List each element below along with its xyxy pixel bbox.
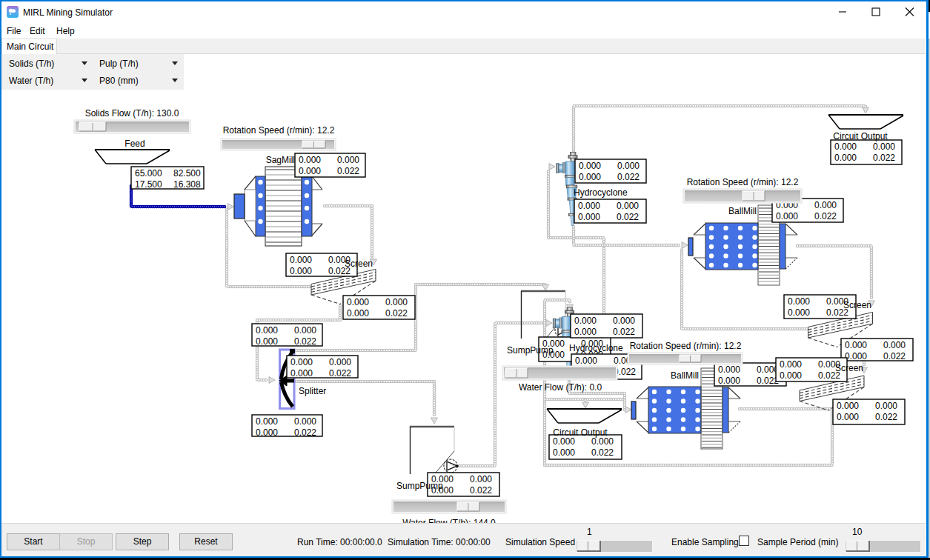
svg-text:0.000: 0.000 [788, 296, 810, 307]
svg-text:0.000: 0.000 [579, 172, 601, 182]
svg-text:0.022: 0.022 [337, 166, 359, 176]
svg-text:0.000: 0.000 [256, 416, 278, 427]
svg-text:Rotation Speed (r/min): 12.2: Rotation Speed (r/min): 12.2 [223, 125, 335, 136]
svg-text:SumpPump: SumpPump [507, 345, 554, 356]
svg-text:Splitter: Splitter [299, 386, 326, 396]
svg-text:0.000: 0.000 [553, 436, 575, 447]
svg-text:0.000: 0.000 [574, 327, 597, 337]
svg-text:0.000: 0.000 [883, 340, 906, 350]
svg-text:SagMill: SagMill [266, 155, 295, 165]
svg-text:0.000: 0.000 [579, 161, 601, 171]
svg-text:Feed: Feed [124, 139, 145, 149]
svg-text:0.000: 0.000 [834, 153, 857, 163]
svg-text:0.000: 0.000 [553, 447, 575, 458]
svg-text:0.022: 0.022 [385, 308, 408, 319]
svg-text:0.000: 0.000 [290, 357, 313, 367]
svg-text:BallMill: BallMill [728, 206, 757, 216]
svg-text:0.000: 0.000 [613, 316, 635, 326]
svg-text:0.022: 0.022 [294, 427, 316, 438]
svg-text:0.000: 0.000 [290, 368, 313, 379]
svg-text:Screen: Screen [843, 300, 871, 310]
svg-text:0.022: 0.022 [294, 336, 316, 347]
svg-text:0.000: 0.000 [256, 427, 278, 438]
svg-text:Water Flow (T/h): 0.0: Water Flow (T/h): 0.0 [519, 382, 602, 393]
svg-text:Hydrocyclone: Hydrocyclone [574, 187, 628, 198]
svg-text:0.000: 0.000 [256, 336, 278, 347]
svg-text:0.000: 0.000 [575, 356, 597, 366]
svg-text:0.000: 0.000 [290, 255, 312, 265]
svg-text:82.500: 82.500 [173, 168, 201, 179]
svg-text:0.000: 0.000 [780, 359, 802, 370]
svg-text:Circuit Output: Circuit Output [833, 131, 888, 141]
svg-text:0.000: 0.000 [814, 200, 837, 210]
svg-text:0.022: 0.022 [613, 327, 635, 337]
svg-text:0.000: 0.000 [299, 166, 321, 176]
svg-text:BallMill: BallMill [671, 370, 699, 381]
svg-text:0.000: 0.000 [578, 201, 600, 211]
svg-text:Solids Flow (T/h): 130.0: Solids Flow (T/h): 130.0 [85, 108, 179, 119]
svg-text:0.000: 0.000 [299, 155, 321, 165]
svg-text:0.022: 0.022 [591, 447, 614, 458]
svg-text:17.500: 17.500 [135, 179, 162, 190]
svg-text:0.000: 0.000 [837, 401, 859, 411]
svg-text:0.000: 0.000 [776, 211, 798, 221]
svg-text:Rotation Speed (r/min): 12.2: Rotation Speed (r/min): 12.2 [630, 341, 742, 351]
svg-text:0.000: 0.000 [256, 325, 278, 336]
svg-text:Hydrocyclone: Hydrocyclone [569, 343, 623, 353]
svg-text:0.000: 0.000 [578, 212, 600, 222]
svg-text:0.000: 0.000 [329, 357, 351, 367]
svg-text:16.308: 16.308 [173, 179, 201, 190]
svg-text:0.000: 0.000 [873, 141, 895, 152]
svg-text:0.000: 0.000 [347, 297, 369, 307]
svg-text:0.000: 0.000 [617, 161, 640, 171]
svg-text:Rotation Speed (r/min): 12.2: Rotation Speed (r/min): 12.2 [687, 177, 799, 187]
svg-text:0.000: 0.000 [788, 307, 810, 318]
svg-text:0.000: 0.000 [347, 308, 369, 319]
svg-text:0.000: 0.000 [834, 141, 857, 152]
svg-text:0.000: 0.000 [617, 201, 639, 211]
svg-text:0.022: 0.022 [329, 368, 351, 379]
svg-text:0.000: 0.000 [290, 266, 312, 276]
svg-text:0.000: 0.000 [385, 297, 408, 307]
svg-text:SumpPump: SumpPump [396, 481, 443, 491]
svg-text:0.022: 0.022 [470, 485, 492, 496]
svg-text:0.000: 0.000 [780, 370, 802, 381]
svg-text:0.000: 0.000 [837, 412, 859, 422]
svg-text:0.000: 0.000 [574, 316, 597, 326]
svg-text:0.022: 0.022 [875, 412, 897, 422]
svg-text:0.000: 0.000 [337, 155, 359, 165]
svg-text:0.000: 0.000 [294, 325, 316, 336]
svg-text:0.000: 0.000 [470, 474, 492, 484]
svg-text:0.000: 0.000 [845, 351, 867, 361]
svg-text:0.022: 0.022 [814, 211, 837, 221]
svg-text:0.000: 0.000 [294, 416, 316, 427]
svg-text:Screen: Screen [345, 259, 373, 269]
svg-text:0.000: 0.000 [591, 436, 614, 447]
svg-text:65.000: 65.000 [135, 168, 162, 179]
svg-text:0.022: 0.022 [883, 351, 906, 361]
svg-text:0.022: 0.022 [617, 172, 640, 182]
svg-text:0.000: 0.000 [718, 376, 740, 386]
svg-text:0.000: 0.000 [845, 340, 867, 350]
svg-text:Circuit Output: Circuit Output [553, 427, 608, 438]
svg-text:0.000: 0.000 [875, 401, 897, 411]
svg-text:0.022: 0.022 [617, 212, 639, 222]
svg-text:0.000: 0.000 [718, 364, 740, 375]
svg-text:Screen: Screen [835, 363, 863, 373]
svg-text:0.022: 0.022 [873, 153, 895, 163]
